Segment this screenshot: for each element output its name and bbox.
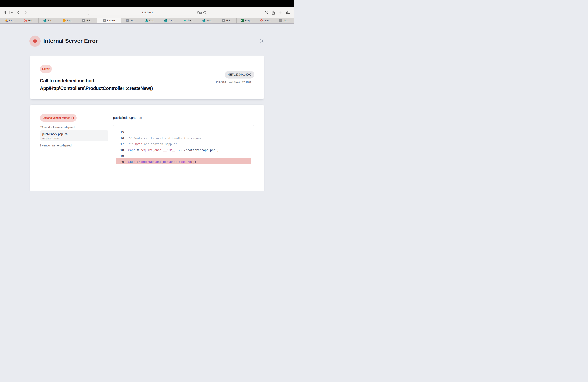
svg-text:3: 3 [186,19,187,20]
svg-text:PMA: PMA [5,21,8,22]
svg-text:文: 文 [200,12,201,14]
svg-text:S: S [203,20,204,21]
svg-text:S: S [146,20,147,21]
svg-text:S: S [44,20,45,21]
svg-text:W: W [184,19,186,22]
svg-text:S: S [165,20,166,21]
svg-text:X: X [241,20,242,21]
svg-text:A: A [198,11,199,13]
